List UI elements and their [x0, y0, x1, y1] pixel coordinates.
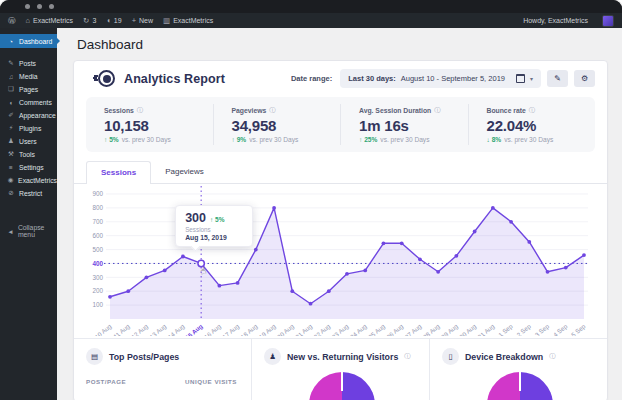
sidebar-item-comments[interactable]: ◖Comments [0, 96, 57, 108]
sidebar-item-label: Posts [19, 60, 36, 67]
tooltip-series: Sessions [185, 226, 243, 233]
collapse-arrow-icon: ◄ [7, 228, 14, 235]
svg-text:200: 200 [92, 287, 103, 294]
up-arrow-icon: ↑ [359, 136, 362, 143]
info-icon[interactable]: ⓘ [404, 352, 410, 361]
sidebar-item-label: Users [19, 138, 37, 145]
sidebar-item-pages[interactable]: ❏Pages [0, 83, 57, 95]
collapse-menu-label: Collapse menu [18, 224, 57, 238]
widget-title: Top Posts/Pages [109, 352, 179, 362]
stat-pageviews: Pageviewsⓘ 34,958 ↑ 9%vs. prev 30 Days [213, 104, 341, 145]
howdy-menu[interactable]: Howdy, ExactMetrics [523, 17, 588, 24]
stat-delta-pct: 8% [492, 136, 502, 143]
sidebar-item-plugins[interactable]: ⚡Plugins [0, 122, 57, 134]
exactmetrics-menu[interactable]: ▥ExactMetrics [163, 16, 213, 25]
pencil-icon: ✎ [554, 74, 561, 83]
info-icon[interactable]: ⓘ [549, 352, 555, 361]
svg-text:10 Aug: 10 Aug [93, 322, 113, 336]
svg-text:26 Aug: 26 Aug [385, 322, 405, 336]
date-range-label: Date range: [291, 74, 332, 83]
stat-delta-note: vs. prev 30 Days [380, 136, 429, 143]
sidebar-item-label: ExactMetrics [18, 177, 57, 184]
report-settings-button[interactable]: ⚙ [574, 70, 595, 87]
info-icon[interactable]: ⓘ [529, 106, 535, 115]
new-content-menu[interactable]: +New [132, 16, 153, 25]
sidebar-item-users[interactable]: ♟Users [0, 135, 57, 147]
sidebar-item-settings[interactable]: ≡Settings [0, 161, 57, 173]
site-name-menu[interactable]: ⌂ExactMetrics [26, 16, 74, 25]
chevron-down-icon: ▾ [530, 75, 533, 82]
pages-icon: ❏ [7, 85, 15, 93]
analytics-report-card: Analytics Report Date range: Last 30 day… [73, 60, 608, 400]
tab-sessions[interactable]: Sessions [86, 161, 151, 184]
sidebar-item-tools[interactable]: ⚒Tools [0, 148, 57, 160]
chart-tooltip: 300 ↑ 5% Sessions Aug 15, 2019 [175, 205, 253, 247]
date-range-picker[interactable]: Last 30 days: August 10 - September 5, 2… [340, 69, 541, 88]
svg-text:2 Sep: 2 Sep [515, 322, 532, 336]
media-icon: ♫ [7, 73, 15, 80]
sidebar-item-restrict[interactable]: ⊘Restrict [0, 187, 57, 199]
sidebar-item-appearance[interactable]: ✐Appearance [0, 109, 57, 121]
tab-pageviews[interactable]: Pageviews [151, 161, 218, 183]
svg-text:19 Aug: 19 Aug [257, 322, 277, 336]
bottom-widgets-row: ▤ Top Posts/Pages POST/PAGE UNIQUE VISIT… [74, 338, 607, 400]
wp-logo-menu[interactable]: Ⓦ [8, 16, 16, 26]
window-dot[interactable] [37, 4, 42, 9]
info-icon[interactable]: ⓘ [137, 106, 143, 115]
svg-text:23 Aug: 23 Aug [330, 322, 350, 336]
collapse-menu-button[interactable]: ◄Collapse menu [0, 225, 57, 237]
sidebar-item-media[interactable]: ♫Media [0, 70, 57, 82]
svg-text:500: 500 [92, 246, 103, 253]
updates-menu[interactable]: ↻3 [83, 16, 96, 25]
avatar[interactable] [602, 15, 614, 27]
stat-delta-pct: 9% [237, 136, 247, 143]
sidebar-item-dashboard[interactable]: ◔Dashboard [0, 34, 57, 48]
exactmetrics-label: ExactMetrics [173, 17, 213, 24]
wordpress-logo-icon: Ⓦ [8, 16, 16, 26]
users-group-icon: ♟ [264, 348, 281, 365]
comments-menu[interactable]: ◖19 [106, 16, 121, 25]
edit-report-button[interactable]: ✎ [547, 70, 568, 87]
svg-text:17 Aug: 17 Aug [221, 322, 241, 336]
pin-icon: ✎ [7, 59, 15, 67]
sessions-line-chart[interactable]: 10020030040050060070080090010 Aug11 Aug1… [80, 186, 592, 336]
gear-icon: ⚙ [581, 74, 588, 83]
stat-delta-pct: 25% [364, 136, 377, 143]
tools-icon: ⚒ [7, 150, 15, 158]
device-pie-chart[interactable] [487, 372, 553, 400]
sidebar-item-label: Pages [19, 86, 38, 93]
svg-text:300: 300 [92, 274, 103, 281]
svg-text:20 Aug: 20 Aug [276, 322, 296, 336]
calendar-icon [516, 74, 525, 83]
column-header-post-page: POST/PAGE [86, 378, 126, 385]
svg-text:29 Aug: 29 Aug [440, 322, 460, 336]
visitors-pie-chart[interactable] [309, 372, 375, 400]
sidebar-item-posts[interactable]: ✎Posts [0, 57, 57, 69]
report-title: Analytics Report [124, 72, 225, 86]
bar-chart-icon: ▥ [163, 16, 170, 25]
widget-title: New vs. Returning Visitors [287, 352, 398, 362]
info-icon[interactable]: ⓘ [269, 106, 275, 115]
sidebar-item-label: Appearance [19, 112, 56, 119]
svg-text:1 Sep: 1 Sep [497, 322, 514, 336]
stats-row: Sessionsⓘ 10,158 ↑ 5%vs. prev 30 Days Pa… [86, 97, 595, 152]
svg-text:27 Aug: 27 Aug [403, 322, 423, 336]
exactmetrics-icon: ◉ [7, 176, 14, 184]
sidebar-item-label: Tools [19, 151, 35, 158]
window-dot[interactable] [49, 4, 54, 9]
svg-text:4 Sep: 4 Sep [552, 322, 569, 336]
tooltip-delta: 5% [215, 216, 224, 223]
svg-text:400: 400 [92, 260, 103, 267]
site-name-label: ExactMetrics [33, 17, 73, 24]
info-icon[interactable]: ⓘ [434, 106, 440, 115]
sidebar-item-label: Plugins [19, 125, 41, 132]
svg-text:15 Aug: 15 Aug [184, 322, 204, 336]
sidebar-item-exactmetrics[interactable]: ◉ExactMetrics [0, 174, 57, 186]
stat-sessions: Sessionsⓘ 10,158 ↑ 5%vs. prev 30 Days [86, 104, 213, 145]
svg-text:18 Aug: 18 Aug [239, 322, 259, 336]
window-dot[interactable] [25, 4, 30, 9]
home-icon: ⌂ [26, 16, 31, 25]
admin-sidebar: ◔Dashboard ✎Posts ♫Media ❏Pages ◖Comment… [0, 28, 57, 400]
stat-delta-note: vs. prev 30 Days [249, 136, 298, 143]
svg-text:11 Aug: 11 Aug [112, 322, 131, 336]
